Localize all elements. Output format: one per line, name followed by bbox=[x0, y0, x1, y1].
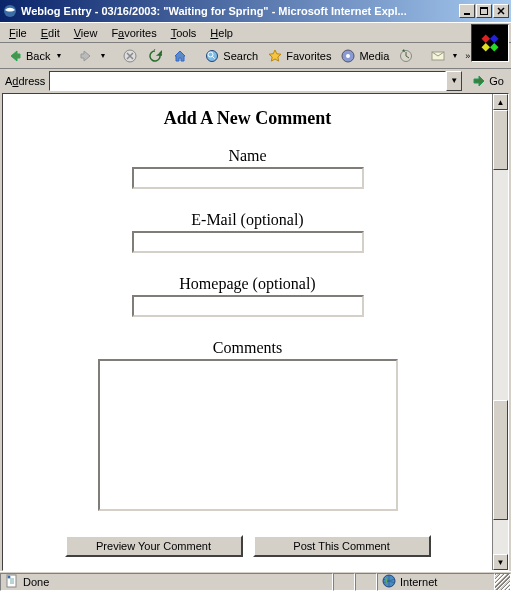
scroll-down-button[interactable]: ▼ bbox=[493, 554, 508, 570]
menu-file[interactable]: File bbox=[2, 25, 34, 41]
mail-button[interactable]: ▼ bbox=[426, 46, 462, 66]
email-label: E-Mail (optional) bbox=[3, 211, 492, 229]
forward-icon bbox=[78, 48, 94, 64]
chevron-down-icon: ▼ bbox=[451, 52, 458, 59]
homepage-field-block: Homepage (optional) bbox=[3, 275, 492, 317]
address-dropdown-button[interactable]: ▼ bbox=[446, 71, 462, 91]
forward-button[interactable]: ▼ bbox=[74, 46, 110, 66]
back-label: Back bbox=[26, 50, 50, 62]
chevron-down-icon: ▼ bbox=[99, 52, 106, 59]
svg-rect-3 bbox=[477, 30, 503, 56]
comments-textarea[interactable] bbox=[98, 359, 398, 511]
media-icon bbox=[340, 48, 356, 64]
svg-point-12 bbox=[346, 54, 350, 58]
status-bar: Done Internet bbox=[0, 571, 511, 591]
media-label: Media bbox=[359, 50, 389, 62]
status-text: Done bbox=[23, 576, 49, 588]
page-content: Add A New Comment Name E-Mail (optional)… bbox=[3, 94, 492, 570]
menu-favorites[interactable]: Favorites bbox=[104, 25, 163, 41]
address-input[interactable] bbox=[49, 71, 446, 91]
home-button[interactable] bbox=[168, 46, 192, 66]
search-button[interactable]: Search bbox=[200, 46, 262, 66]
name-input[interactable] bbox=[132, 167, 364, 189]
media-button[interactable]: Media bbox=[336, 46, 393, 66]
stop-icon bbox=[122, 48, 138, 64]
security-zone-pane: Internet bbox=[377, 573, 495, 591]
page-icon bbox=[5, 574, 19, 590]
status-text-pane: Done bbox=[0, 573, 333, 591]
stop-button[interactable] bbox=[118, 46, 142, 66]
homepage-label: Homepage (optional) bbox=[3, 275, 492, 293]
menu-bar: File Edit View Favorites Tools Help bbox=[0, 22, 511, 42]
address-label: Address bbox=[3, 75, 45, 87]
favorites-icon bbox=[267, 48, 283, 64]
title-bar: Weblog Entry - 03/16/2003: "Waiting for … bbox=[0, 0, 511, 22]
scroll-thumb-lower[interactable] bbox=[493, 400, 508, 520]
email-field-block: E-Mail (optional) bbox=[3, 211, 492, 253]
vertical-scrollbar[interactable]: ▲ ▼ bbox=[492, 94, 508, 570]
menu-view[interactable]: View bbox=[67, 25, 105, 41]
address-bar: Address ▼ Go bbox=[0, 68, 511, 92]
content-viewport: Add A New Comment Name E-Mail (optional)… bbox=[2, 93, 509, 571]
scroll-thumb[interactable] bbox=[493, 110, 508, 170]
toolbar: Back ▼ ▼ Search Favorites Media ▼ » Link… bbox=[0, 42, 511, 68]
scroll-up-button[interactable]: ▲ bbox=[493, 94, 508, 110]
email-input[interactable] bbox=[132, 231, 364, 253]
window-title: Weblog Entry - 03/16/2003: "Waiting for … bbox=[21, 5, 459, 17]
mail-icon bbox=[430, 48, 446, 64]
minimize-button[interactable] bbox=[459, 4, 475, 18]
name-label: Name bbox=[3, 147, 492, 165]
go-icon bbox=[470, 73, 486, 89]
page-heading: Add A New Comment bbox=[3, 108, 492, 129]
go-label: Go bbox=[489, 75, 504, 87]
home-icon bbox=[172, 48, 188, 64]
svg-rect-1 bbox=[481, 8, 488, 15]
comments-label: Comments bbox=[3, 339, 492, 357]
close-button[interactable] bbox=[493, 4, 509, 18]
address-combo: ▼ bbox=[49, 71, 462, 91]
internet-zone-icon bbox=[382, 574, 396, 590]
chevron-down-icon: ▼ bbox=[55, 52, 62, 59]
status-pane-2 bbox=[333, 573, 355, 591]
favorites-label: Favorites bbox=[286, 50, 331, 62]
svg-point-16 bbox=[8, 575, 11, 578]
ie-throbber-icon bbox=[471, 24, 509, 62]
menu-help[interactable]: Help bbox=[203, 25, 240, 41]
favorites-button[interactable]: Favorites bbox=[263, 46, 335, 66]
history-button[interactable] bbox=[394, 46, 418, 66]
back-button[interactable]: Back ▼ bbox=[3, 46, 66, 66]
comments-field-block: Comments bbox=[3, 339, 492, 515]
button-row: Preview Your Comment Post This Comment bbox=[3, 535, 492, 557]
window-controls bbox=[459, 4, 509, 18]
refresh-button[interactable] bbox=[143, 46, 167, 66]
menu-tools[interactable]: Tools bbox=[164, 25, 204, 41]
refresh-icon bbox=[147, 48, 163, 64]
resize-grip[interactable] bbox=[495, 573, 511, 591]
menu-edit[interactable]: Edit bbox=[34, 25, 67, 41]
name-field-block: Name bbox=[3, 147, 492, 189]
svg-rect-2 bbox=[480, 7, 488, 9]
post-button[interactable]: Post This Comment bbox=[253, 535, 431, 557]
status-pane-3 bbox=[355, 573, 377, 591]
scroll-track[interactable] bbox=[493, 110, 508, 554]
back-icon bbox=[7, 48, 23, 64]
security-zone-text: Internet bbox=[400, 576, 437, 588]
maximize-button[interactable] bbox=[476, 4, 492, 18]
go-button[interactable]: Go bbox=[466, 73, 508, 89]
history-icon bbox=[398, 48, 414, 64]
search-label: Search bbox=[223, 50, 258, 62]
preview-button[interactable]: Preview Your Comment bbox=[65, 535, 243, 557]
search-icon bbox=[204, 48, 220, 64]
ie-icon bbox=[2, 3, 18, 19]
svg-rect-0 bbox=[464, 13, 470, 15]
homepage-input[interactable] bbox=[132, 295, 364, 317]
